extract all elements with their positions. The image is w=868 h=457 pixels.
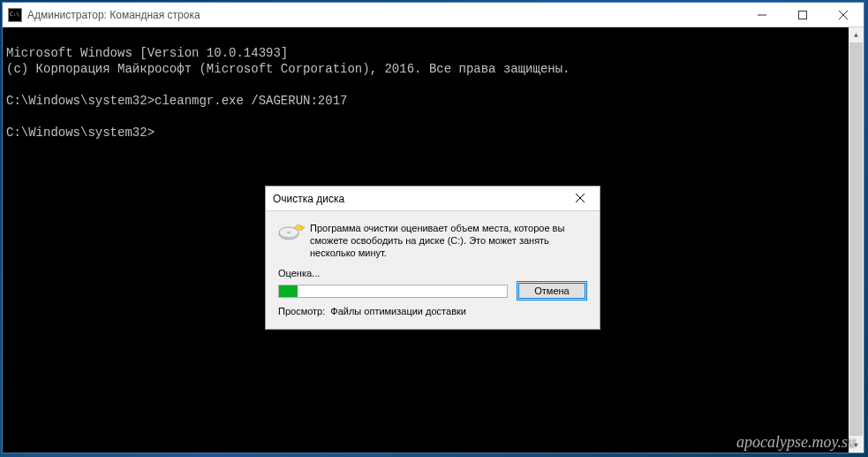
terminal-line: C:\Windows\system32> xyxy=(6,126,155,140)
scroll-up-button[interactable]: ▲ xyxy=(849,27,864,42)
terminal-line: (c) Корпорация Майкрософт (Microsoft Cor… xyxy=(6,62,570,76)
cancel-button[interactable]: Отмена xyxy=(517,281,587,301)
minimize-button[interactable] xyxy=(742,3,782,27)
dialog-close-button[interactable] xyxy=(562,188,598,208)
scan-value: Файлы оптимизации доставки xyxy=(330,306,466,316)
close-button[interactable] xyxy=(823,3,864,27)
dialog-titlebar[interactable]: Очистка диска xyxy=(266,187,600,211)
window-controls xyxy=(742,3,864,27)
terminal-line: C:\Windows\system32>cleanmgr.exe /SAGERU… xyxy=(6,94,347,108)
disk-cleanup-dialog: Очистка диска Программа очистки оценивае… xyxy=(265,186,600,330)
titlebar[interactable]: Администратор: Командная строка xyxy=(3,3,864,27)
progress-fill xyxy=(279,286,298,297)
scroll-down-button[interactable]: ▼ xyxy=(849,438,864,453)
cmd-icon xyxy=(8,8,22,22)
estimate-label: Оценка... xyxy=(278,268,587,278)
progress-bar xyxy=(278,285,508,298)
terminal-line: Microsoft Windows [Version 10.0.14393] xyxy=(6,46,288,60)
scroll-thumb[interactable] xyxy=(849,42,863,436)
scan-label: Просмотр: xyxy=(278,306,325,316)
svg-rect-1 xyxy=(799,11,807,19)
svg-point-8 xyxy=(287,232,291,233)
scrollbar[interactable]: ▲ ▼ xyxy=(849,27,864,453)
maximize-button[interactable] xyxy=(782,3,823,27)
window-title: Администратор: Командная строка xyxy=(27,9,200,21)
dialog-body: Программа очистки оценивает объем места,… xyxy=(266,211,600,329)
disk-cleanup-icon xyxy=(278,222,310,259)
dialog-title: Очистка диска xyxy=(273,193,344,205)
dialog-message: Программа очистки оценивает объем места,… xyxy=(310,222,587,259)
